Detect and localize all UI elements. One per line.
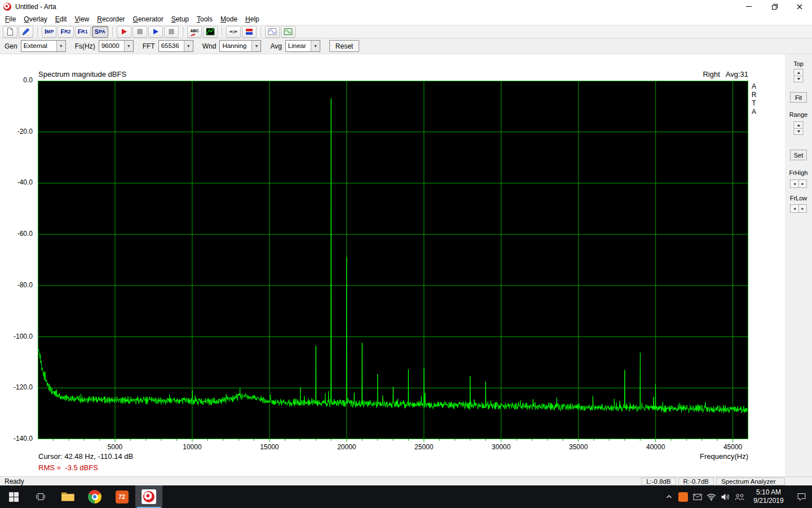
restore-button[interactable] (761, 0, 787, 13)
channel-label: Right (703, 70, 720, 78)
imp-mode-button[interactable]: IMP (42, 26, 56, 38)
avg-select[interactable]: Linear ▼ (285, 40, 320, 52)
taskbar-file-explorer-button[interactable] (54, 485, 81, 508)
spectrum-plot-canvas[interactable] (38, 81, 748, 443)
range-spin-down-button[interactable] (795, 128, 803, 134)
play-stop-button[interactable] (164, 26, 179, 38)
record-stop-button[interactable] (133, 26, 147, 38)
arta-watermark-letter: T (750, 99, 758, 108)
restore-icon (772, 5, 776, 10)
task-view-button[interactable] (27, 485, 54, 508)
menu-item-view[interactable]: View (70, 14, 93, 25)
taskbar-app-72-button[interactable]: 72 (108, 485, 135, 508)
menu-item-overlay[interactable]: Overlay (20, 14, 51, 25)
frlow-spinner: ◄ ► (790, 204, 807, 213)
y-tick-label: -60.0 (0, 230, 33, 238)
mode-indicator: Spectrum Analyzer (716, 478, 785, 485)
chevron-down-icon: ▼ (251, 41, 261, 51)
people-button[interactable] (732, 485, 747, 508)
menu-item-file[interactable]: File (1, 14, 20, 25)
stop-square-icon (135, 27, 144, 36)
play-button[interactable] (148, 26, 163, 38)
pen-edit-button[interactable] (19, 26, 33, 38)
fs-select[interactable]: 96000 ▼ (99, 40, 134, 52)
network-button[interactable] (704, 485, 718, 508)
avg-value: Linear (286, 41, 311, 51)
chevron-up-icon (797, 124, 800, 126)
app-72-icon: 72 (116, 491, 129, 503)
menu-item-setup[interactable]: Setup (167, 14, 193, 25)
close-button[interactable] (787, 0, 812, 13)
fft-select[interactable]: 65536 ▼ (158, 40, 193, 52)
annotate-button[interactable]: ABC (187, 26, 202, 38)
clock-time: 5:10 AM (747, 488, 791, 497)
top-spin-down-button[interactable] (795, 76, 803, 82)
arta-logo-icon (3, 2, 12, 11)
frlow-right-button[interactable]: ► (798, 205, 806, 212)
app-window: Untitled - Arta FileOverlayEditViewRecor… (0, 0, 812, 508)
x-tick-label: 35000 (558, 443, 599, 451)
spa-mode-button[interactable]: SPA (92, 26, 108, 38)
abc-pen-icon: ABC (189, 27, 200, 36)
settings-toolbar: Gen External ▼ Fs(Hz) 96000 ▼ FFT 65536 … (0, 38, 812, 54)
fs-value: 96000 (99, 41, 124, 51)
wnd-select[interactable]: Hanning ▼ (219, 40, 261, 52)
volume-button[interactable] (718, 485, 732, 508)
window-title: Untitled - Arta (15, 3, 56, 11)
frhigh-right-button[interactable]: ► (798, 180, 806, 187)
frlow-label: FrLow (785, 195, 812, 202)
y-tick-label: 0.0 (0, 76, 33, 84)
calibrate-button[interactable]: 0 (226, 26, 241, 38)
frhigh-left-button[interactable]: ◄ (791, 180, 798, 187)
close-icon (797, 4, 802, 10)
top-label: Top (785, 60, 812, 67)
orange-app-icon (678, 492, 688, 502)
arta-watermark-letter: R (750, 91, 758, 99)
gen-label: Gen (5, 42, 17, 50)
toolbar-separator (222, 27, 222, 37)
overlay-chart-button[interactable] (203, 26, 218, 38)
menu-item-recorder[interactable]: Recorder (93, 14, 129, 25)
menu-item-help[interactable]: Help (241, 14, 263, 25)
fr2-mode-button[interactable]: FR2 (58, 26, 73, 38)
set-button[interactable]: Set (790, 150, 807, 160)
tray-orange-app-button[interactable] (676, 485, 690, 508)
status-bar: Ready L:-0.8dB R:-0.7dB Spectrum Analyze… (0, 476, 812, 485)
arta-icon (142, 489, 156, 504)
frhigh-label: FrHigh (785, 169, 812, 176)
taskbar-chrome-button[interactable] (81, 485, 108, 508)
action-center-button[interactable] (791, 485, 812, 508)
menu-item-edit[interactable]: Edit (51, 14, 71, 25)
level-meter-button[interactable] (242, 26, 257, 38)
taskbar-clock[interactable]: 5:10 AM 9/21/2019 (747, 485, 791, 508)
chevron-down-icon: ▼ (311, 41, 320, 51)
reset-button[interactable]: Reset (329, 40, 359, 52)
gen-select[interactable]: External ▼ (21, 40, 66, 52)
menu-item-generator[interactable]: Generator (129, 14, 167, 25)
right-control-panel: Top Fit Range Set FrHigh ◄ ► FrLow ◄ ► (785, 54, 812, 476)
range-spin-up-button[interactable] (795, 122, 803, 128)
calibrate-icon: 0 (229, 27, 238, 36)
chrome-icon (88, 490, 102, 503)
taskbar-arta-button[interactable] (135, 485, 162, 508)
fit-button[interactable]: Fit (790, 92, 807, 103)
frlow-left-button[interactable]: ◄ (791, 205, 798, 212)
new-file-button[interactable] (3, 26, 17, 38)
title-bar: Untitled - Arta (0, 0, 812, 13)
top-spin-up-button[interactable] (795, 69, 803, 76)
rms-readout: RMS = -3.5 dBFS (38, 463, 98, 472)
minimize-button[interactable] (736, 0, 761, 13)
signal-generator-button[interactable] (281, 26, 295, 38)
fr1-mode-button[interactable]: FR1 (75, 26, 91, 38)
record-button[interactable] (117, 26, 131, 38)
menu-item-tools[interactable]: Tools (193, 14, 217, 25)
hidden-icons-button[interactable] (662, 485, 676, 508)
fs-label: Fs(Hz) (75, 42, 95, 50)
menu-item-mode[interactable]: Mode (217, 14, 241, 25)
tray-mail-button[interactable] (690, 485, 704, 508)
stop-square-icon (167, 27, 176, 36)
new-document-icon (6, 27, 15, 36)
start-button[interactable] (0, 485, 27, 508)
frhigh-spinner: ◄ ► (790, 179, 807, 188)
sine-generator-button[interactable] (265, 26, 280, 38)
